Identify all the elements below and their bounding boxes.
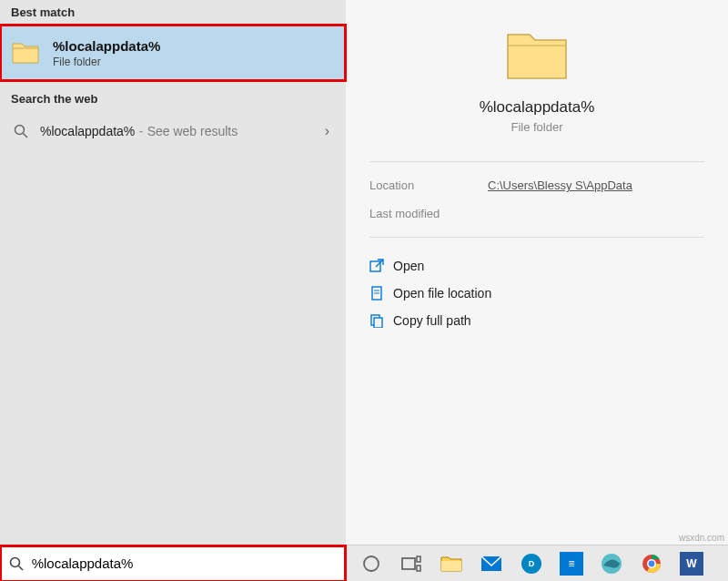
chevron-right-icon: › xyxy=(325,123,335,139)
divider xyxy=(369,237,704,238)
mail-button[interactable] xyxy=(471,545,511,582)
search-icon xyxy=(11,124,31,138)
watermark: wsxdn.com xyxy=(679,533,724,543)
preview-panel: %localappdata% File folder Location C:\U… xyxy=(346,0,728,545)
folder-icon xyxy=(11,38,40,67)
search-input[interactable] xyxy=(32,556,337,571)
svg-point-0 xyxy=(15,126,25,135)
dell-app-button[interactable]: D xyxy=(511,545,551,582)
divider xyxy=(369,161,704,162)
cortana-button[interactable] xyxy=(351,545,391,582)
copy-icon xyxy=(369,313,393,328)
modified-label: Last modified xyxy=(369,207,488,220)
action-copy-path[interactable]: Copy full path xyxy=(362,307,712,334)
action-open[interactable]: Open xyxy=(362,252,712,280)
file-explorer-button[interactable] xyxy=(431,545,471,582)
location-value[interactable]: C:\Users\Blessy S\AppData xyxy=(488,178,632,192)
result-title: %localappdata% xyxy=(53,38,160,54)
task-view-button[interactable] xyxy=(391,545,431,582)
action-open-location[interactable]: Open file location xyxy=(362,280,712,307)
edge-legacy-button[interactable] xyxy=(592,545,632,582)
results-panel: Best match %localappdata% File folder Se… xyxy=(0,0,346,545)
action-copy-path-label: Copy full path xyxy=(393,313,471,328)
open-icon xyxy=(369,259,393,273)
svg-rect-11 xyxy=(402,558,415,569)
result-subtitle: File folder xyxy=(53,56,160,68)
svg-point-10 xyxy=(364,556,379,571)
modified-row: Last modified xyxy=(346,199,728,228)
location-label: Location xyxy=(369,178,488,192)
store-button[interactable]: ≡ xyxy=(551,545,592,582)
folder-icon-large xyxy=(504,27,570,86)
web-term: %localappdata% xyxy=(40,124,135,138)
svg-point-8 xyxy=(11,557,20,566)
svg-rect-2 xyxy=(370,261,380,271)
web-hint: See web results xyxy=(147,124,238,138)
file-location-icon xyxy=(369,286,393,301)
chrome-button[interactable] xyxy=(632,545,672,582)
best-match-text: %localappdata% File folder xyxy=(53,38,160,68)
search-icon xyxy=(9,556,26,571)
svg-line-9 xyxy=(19,566,24,570)
preview-subtitle: File folder xyxy=(346,120,728,134)
svg-rect-13 xyxy=(417,566,420,571)
svg-rect-14 xyxy=(441,561,461,571)
action-open-label: Open xyxy=(393,259,424,273)
taskbar: D ≡ W xyxy=(0,545,728,581)
svg-line-1 xyxy=(24,134,28,138)
word-button[interactable]: W xyxy=(672,545,712,582)
svg-rect-12 xyxy=(417,556,420,562)
search-web-header: Search the web xyxy=(0,87,346,111)
preview-title: %localappdata% xyxy=(346,98,728,117)
svg-rect-7 xyxy=(374,318,382,328)
action-open-location-label: Open file location xyxy=(393,286,491,301)
taskbar-search-box[interactable] xyxy=(0,545,346,582)
web-result[interactable]: %localappdata% - See web results › xyxy=(0,111,346,151)
best-match-result[interactable]: %localappdata% File folder xyxy=(0,25,346,81)
location-row: Location C:\Users\Blessy S\AppData xyxy=(346,171,728,199)
best-match-header: Best match xyxy=(0,0,346,25)
svg-point-19 xyxy=(649,560,655,566)
